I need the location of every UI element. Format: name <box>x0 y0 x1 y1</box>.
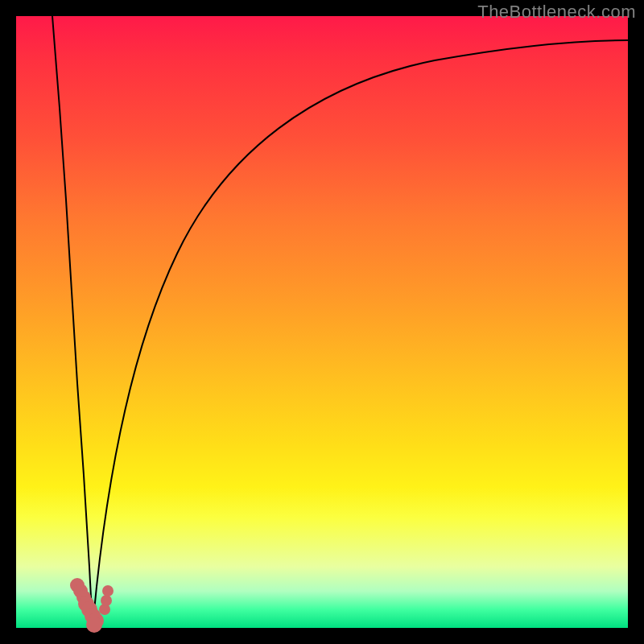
curve-layer <box>16 16 628 628</box>
chart-frame: TheBottleneck.com <box>0 0 644 644</box>
watermark-text: TheBottleneck.com <box>477 2 636 23</box>
left-branch-curve <box>52 16 93 628</box>
data-marker <box>86 617 102 633</box>
data-marker <box>102 585 114 597</box>
data-marker <box>101 595 112 606</box>
plot-area <box>16 16 628 628</box>
right-branch-curve <box>93 40 628 628</box>
